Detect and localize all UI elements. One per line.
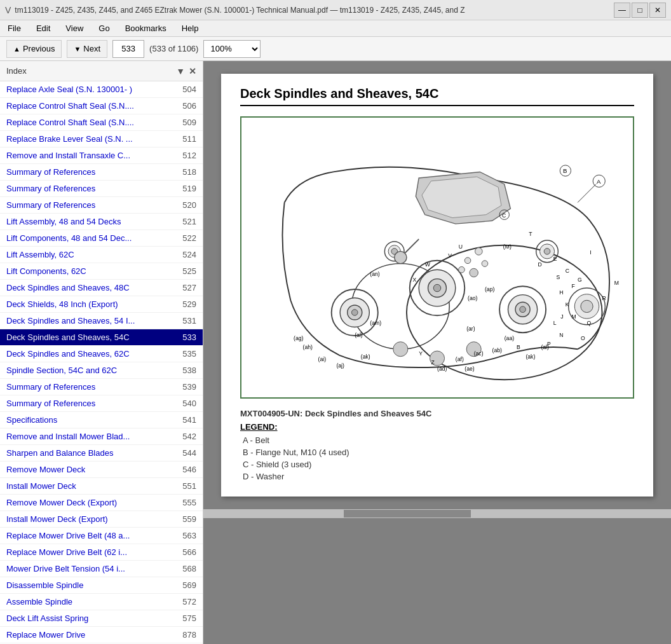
legend-item-b: B - Flange Nut, M10 (4 used): [240, 448, 634, 457]
sidebar-item-label: Lift Components, 48 and 54 Dec...: [6, 233, 132, 243]
sidebar-item[interactable]: Deck Lift Assist Spring575: [0, 610, 203, 627]
sidebar-item[interactable]: Lift Components, 48 and 54 Dec...522: [0, 230, 203, 247]
sidebar-item[interactable]: Remove and Install Mower Blad...542: [0, 428, 203, 445]
sidebar-item[interactable]: Spindle Section, 54C and 62C538: [0, 362, 203, 379]
sidebar-item[interactable]: Deck Spindles and Sheaves, 54 I...531: [0, 313, 203, 329]
svg-point-9: [351, 310, 358, 316]
minimize-button[interactable]: —: [614, 3, 630, 18]
sidebar-item[interactable]: Deck Spindles and Sheaves, 48C527: [0, 280, 203, 296]
svg-text:R: R: [602, 295, 606, 301]
sidebar-item-page: 518: [177, 167, 196, 177]
svg-text:(ai): (ai): [318, 356, 327, 362]
sidebar-dropdown-icon[interactable]: ▼: [176, 66, 185, 76]
previous-button[interactable]: ▲ Previous: [6, 40, 62, 58]
svg-text:Y: Y: [419, 350, 423, 357]
sidebar-item[interactable]: Deck Spindles and Sheaves, 62C535: [0, 346, 203, 362]
sidebar: Index ▼ ✕ Replace Axle Seal (S.N. 130001…: [0, 61, 203, 644]
svg-point-18: [482, 261, 488, 267]
sidebar-item-page: 527: [177, 283, 196, 292]
svg-text:E: E: [553, 256, 557, 262]
svg-text:(ar): (ar): [466, 325, 475, 332]
sidebar-item[interactable]: Replace Mower Drive878: [0, 627, 203, 643]
svg-text:X: X: [413, 277, 417, 283]
svg-text:(ah): (ah): [303, 344, 313, 350]
sidebar-item[interactable]: Assemble Spindle572: [0, 594, 203, 610]
sidebar-item[interactable]: Deck Shields, 48 Inch (Export)529: [0, 296, 203, 313]
sidebar-item[interactable]: Deck Spindles and Sheaves, 54C533: [0, 329, 203, 346]
sidebar-item[interactable]: Summary of References539: [0, 379, 203, 395]
svg-text:T: T: [529, 231, 532, 237]
zoom-select[interactable]: 100% 50% 75% 125% 150% 200%: [203, 40, 261, 58]
sidebar-close-icon[interactable]: ✕: [189, 66, 196, 76]
sidebar-item-label: Replace Brake Lever Seal (S.N. ...: [6, 134, 133, 144]
main-layout: Index ▼ ✕ Replace Axle Seal (S.N. 130001…: [0, 61, 671, 644]
sidebar-item[interactable]: Sharpen and Balance Blades544: [0, 445, 203, 462]
horizontal-scrollbar[interactable]: [203, 509, 671, 518]
sidebar-item-page: 512: [177, 151, 196, 160]
sidebar-item-label: Install Mower Deck (Export): [6, 514, 108, 524]
svg-text:Z: Z: [431, 359, 435, 366]
svg-text:(ae): (ae): [464, 366, 474, 372]
sidebar-item-label: Replace Mower Drive Belt (62 i...: [6, 547, 127, 557]
sidebar-item[interactable]: Replace Mower Drive Belt (48 a...563: [0, 528, 203, 544]
sidebar-item[interactable]: Specifications541: [0, 412, 203, 428]
content-wrapper[interactable]: Deck Spindles and Sheaves, 54C: [203, 61, 671, 644]
sidebar-item[interactable]: Replace Brake Lever Seal (S.N. ...511: [0, 131, 203, 147]
sidebar-item[interactable]: Replace Mower Drive Belt (62 i...566: [0, 544, 203, 561]
sidebar-item-page: 511: [177, 134, 196, 144]
sidebar-item-page: 520: [177, 200, 196, 210]
sidebar-item[interactable]: Lift Assembly, 48 and 54 Decks521: [0, 214, 203, 230]
sidebar-item[interactable]: Summary of References540: [0, 395, 203, 412]
svg-text:C: C: [502, 212, 506, 219]
sidebar-item[interactable]: Remove Mower Deck (Export)555: [0, 495, 203, 511]
maximize-button[interactable]: □: [632, 3, 648, 18]
sidebar-item[interactable]: Replace Control Shaft Seal (S.N....509: [0, 114, 203, 131]
sidebar-item-label: Deck Shields, 48 Inch (Export): [6, 299, 118, 309]
svg-text:(al): (al): [355, 332, 363, 338]
svg-text:(ag): (ag): [294, 335, 303, 341]
next-button[interactable]: ▼ Next: [67, 40, 107, 58]
sidebar-item-label: Lift Components, 62C: [6, 266, 86, 276]
sidebar-item-page: 519: [177, 184, 196, 193]
menu-item-view[interactable]: View: [63, 22, 86, 34]
menu-item-bookmarks[interactable]: Bookmarks: [123, 22, 169, 34]
svg-text:F: F: [571, 283, 574, 289]
sidebar-item[interactable]: Disassemble Spindle569: [0, 577, 203, 594]
sidebar-item[interactable]: Install Mower Deck551: [0, 478, 203, 495]
page-number-input[interactable]: [112, 40, 144, 58]
sidebar-item[interactable]: Mower Drive Belt Tension (54 i...568: [0, 561, 203, 577]
page-title: Deck Spindles and Sheaves, 54C: [240, 86, 634, 106]
sidebar-item-page: 524: [177, 250, 196, 259]
sidebar-item-label: Summary of References: [6, 167, 95, 177]
sidebar-item[interactable]: Remove Mower Deck546: [0, 462, 203, 478]
menu-item-edit[interactable]: Edit: [34, 22, 53, 34]
sidebar-item[interactable]: Install Mower Deck (Export)559: [0, 511, 203, 528]
sidebar-item[interactable]: Summary of References518: [0, 164, 203, 181]
svg-line-30: [578, 184, 596, 203]
menu-item-help[interactable]: Help: [179, 22, 201, 34]
svg-text:(ak): (ak): [361, 353, 370, 360]
menu-item-go[interactable]: Go: [96, 22, 112, 34]
sidebar-item[interactable]: Replace Axle Seal (S.N. 130001- )504: [0, 81, 203, 98]
sidebar-title: Index: [6, 66, 27, 76]
svg-point-21: [459, 266, 465, 273]
h-scrollbar-thumb[interactable]: [344, 510, 471, 517]
sidebar-item-page: 544: [177, 448, 196, 458]
sidebar-item[interactable]: Lift Assembly, 62C524: [0, 247, 203, 263]
sidebar-item[interactable]: Remove and Install Transaxle C...512: [0, 147, 203, 164]
sidebar-item-label: Assemble Spindle: [6, 597, 72, 606]
svg-text:B: B: [517, 344, 520, 350]
sidebar-item[interactable]: Replace Control Shaft Seal (S.N....506: [0, 98, 203, 114]
sidebar-item-page: 539: [177, 382, 196, 392]
sidebar-item-page: 569: [177, 580, 196, 590]
svg-text:K: K: [566, 301, 569, 308]
sidebar-item-page: 540: [177, 399, 196, 408]
menu-item-file[interactable]: File: [5, 22, 24, 34]
close-button[interactable]: ✕: [649, 3, 666, 18]
sidebar-item[interactable]: Summary of References519: [0, 181, 203, 197]
sidebar-item[interactable]: Summary of References520: [0, 197, 203, 214]
sidebar-item[interactable]: Lift Components, 62C525: [0, 263, 203, 280]
sidebar-item-label: Replace Mower Drive Belt (48 a...: [6, 531, 130, 540]
svg-text:(al): (al): [541, 344, 549, 350]
diagram-caption: MXT004905-UN: Deck Spindles and Sheaves …: [240, 409, 634, 418]
